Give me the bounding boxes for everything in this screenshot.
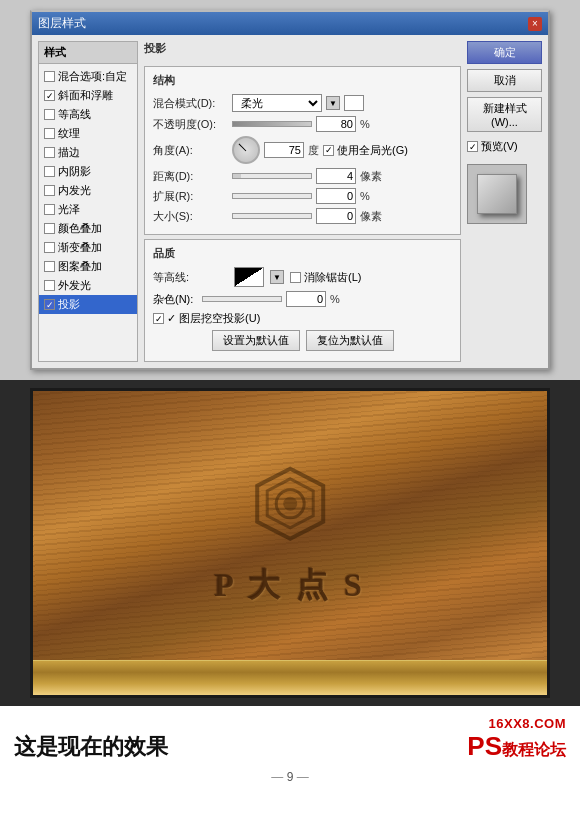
noise-input[interactable] — [286, 291, 326, 307]
watermark-brand: PS教程论坛 — [467, 731, 566, 762]
preview-checkbox-wrap: 预览(V) — [467, 139, 542, 154]
distance-input[interactable] — [316, 168, 356, 184]
blend-mode-color-swatch[interactable] — [344, 95, 364, 111]
style-label-color-overlay: 颜色叠加 — [58, 221, 102, 236]
blend-mode-label: 混合模式(D): — [153, 96, 228, 111]
cancel-button[interactable]: 取消 — [467, 69, 542, 92]
blend-mode-select[interactable]: 柔光 — [232, 94, 322, 112]
style-item-stroke[interactable]: 描边 — [39, 143, 137, 162]
style-item-satin[interactable]: 光泽 — [39, 200, 137, 219]
global-light-label: 使用全局光(G) — [337, 143, 408, 158]
blend-mode-dropdown-arrow: ▼ — [326, 96, 340, 110]
page-dash-left: — — [271, 770, 283, 784]
dialog-box: 图层样式 × 样式 混合选项:自定 斜面和浮雕 — [30, 10, 550, 370]
style-item-texture[interactable]: 纹理 — [39, 124, 137, 143]
noise-unit: % — [330, 293, 340, 305]
spread-unit: % — [360, 190, 370, 202]
style-item-pattern-overlay[interactable]: 图案叠加 — [39, 257, 137, 276]
style-item-blend[interactable]: 混合选项:自定 — [39, 67, 137, 86]
preview-label: 预览(V) — [481, 139, 518, 154]
style-checkbox-inner-glow — [44, 185, 55, 196]
dialog-body: 样式 混合选项:自定 斜面和浮雕 等高线 — [32, 35, 548, 368]
watermark-brand-rest: 教程论坛 — [502, 741, 566, 758]
angle-unit: 度 — [308, 143, 319, 158]
bottom-section: P 大 点 S — [0, 380, 580, 706]
angle-dial[interactable] — [232, 136, 260, 164]
layer-knockout-row: ✓ 图层挖空投影(U) — [153, 311, 452, 326]
spread-label: 扩展(R): — [153, 189, 228, 204]
reset-default-button[interactable]: 复位为默认值 — [306, 330, 394, 351]
style-item-contour[interactable]: 等高线 — [39, 105, 137, 124]
anti-alias-wrap: 消除锯齿(L) — [290, 270, 361, 285]
distance-label: 距离(D): — [153, 169, 228, 184]
style-label-drop-shadow: 投影 — [58, 297, 80, 312]
preview-checkbox[interactable] — [467, 141, 478, 152]
style-label-gradient-overlay: 渐变叠加 — [58, 240, 102, 255]
style-item-bevel[interactable]: 斜面和浮雕 — [39, 86, 137, 105]
noise-row: 杂色(N): % — [153, 291, 452, 307]
style-checkbox-satin — [44, 204, 55, 215]
watermark-url: 16XX8.COM — [467, 716, 566, 731]
dialog-close-button[interactable]: × — [528, 17, 542, 31]
spread-row: 扩展(R): % — [153, 188, 452, 204]
size-input[interactable] — [316, 208, 356, 224]
style-label-texture: 纹理 — [58, 126, 80, 141]
distance-slider[interactable] — [232, 173, 312, 179]
style-checkbox-drop-shadow — [44, 299, 55, 310]
style-label-pattern-overlay: 图案叠加 — [58, 259, 102, 274]
style-checkbox-color-overlay — [44, 223, 55, 234]
quality-title: 品质 — [153, 246, 452, 261]
style-checkbox-gradient-overlay — [44, 242, 55, 253]
contour-preview[interactable] — [234, 267, 264, 287]
global-light-checkbox[interactable] — [323, 145, 334, 156]
layer-knockout-checkbox[interactable] — [153, 313, 164, 324]
angle-input[interactable] — [264, 142, 304, 158]
page-dash-right: — — [297, 770, 309, 784]
contour-label: 等高线: — [153, 270, 228, 285]
opacity-label: 不透明度(O): — [153, 117, 228, 132]
anti-alias-checkbox[interactable] — [290, 272, 301, 283]
contour-row: 等高线: ▼ 消除锯齿(L) — [153, 267, 452, 287]
spread-slider[interactable] — [232, 193, 312, 199]
noise-slider[interactable] — [202, 296, 282, 302]
distance-unit: 像素 — [360, 169, 382, 184]
opacity-slider[interactable] — [232, 121, 312, 127]
style-item-inner-shadow[interactable]: 内阴影 — [39, 162, 137, 181]
noise-label: 杂色(N): — [153, 292, 198, 307]
angle-hand — [239, 144, 247, 152]
caption-section: 这是现在的效果 16XX8.COM PS教程论坛 — [0, 706, 580, 768]
spread-input[interactable] — [316, 188, 356, 204]
angle-label: 角度(A): — [153, 143, 228, 158]
styles-panel-title: 样式 — [39, 42, 137, 64]
style-label-satin: 光泽 — [58, 202, 80, 217]
distance-row: 距离(D): 像素 — [153, 168, 452, 184]
dialog-title: 图层样式 — [38, 15, 86, 32]
layer-knockout-label: ✓ 图层挖空投影(U) — [167, 311, 260, 326]
style-checkbox-stroke — [44, 147, 55, 158]
style-item-inner-glow[interactable]: 内发光 — [39, 181, 137, 200]
size-row: 大小(S): 像素 — [153, 208, 452, 224]
angle-row: 角度(A): 度 使用全局光(G) — [153, 136, 452, 164]
blend-mode-row: 混合模式(D): 柔光 ▼ — [153, 94, 452, 112]
size-slider[interactable] — [232, 213, 312, 219]
logo-text: P 大 点 S — [214, 564, 366, 608]
dialog-titlebar: 图层样式 × — [32, 12, 548, 35]
set-default-button[interactable]: 设置为默认值 — [212, 330, 300, 351]
top-section: 图层样式 × 样式 混合选项:自定 斜面和浮雕 — [0, 0, 580, 380]
style-item-outer-glow[interactable]: 外发光 — [39, 276, 137, 295]
page-number: 9 — [287, 770, 294, 784]
style-item-gradient-overlay[interactable]: 渐变叠加 — [39, 238, 137, 257]
style-checkbox-inner-shadow — [44, 166, 55, 177]
styles-list: 混合选项:自定 斜面和浮雕 等高线 纹理 — [39, 64, 137, 317]
wood-shelf — [33, 660, 547, 695]
main-content-area: 投影 结构 混合模式(D): 柔光 ▼ 不透明度( — [144, 41, 461, 362]
ok-button[interactable]: 确定 — [467, 41, 542, 64]
style-item-drop-shadow[interactable]: 投影 — [39, 295, 137, 314]
watermark: 16XX8.COM PS教程论坛 — [467, 716, 566, 762]
style-item-color-overlay[interactable]: 颜色叠加 — [39, 219, 137, 238]
new-style-button[interactable]: 新建样式(W)... — [467, 97, 542, 132]
wood-logo-area: P 大 点 S — [214, 464, 366, 608]
opacity-input[interactable] — [316, 116, 356, 132]
page-number-container: — 9 — — [0, 768, 580, 790]
style-label-contour: 等高线 — [58, 107, 91, 122]
